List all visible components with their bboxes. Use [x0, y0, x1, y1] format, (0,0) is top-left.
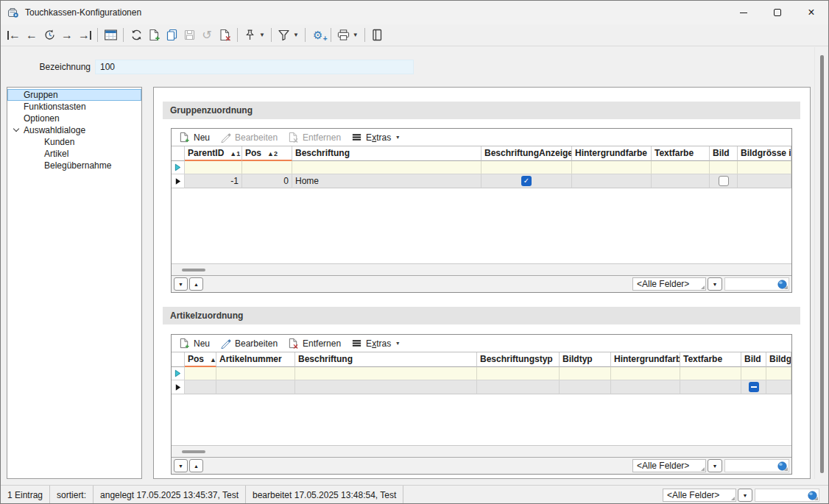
cell-hintergrundfarbe[interactable]: [572, 174, 652, 188]
save-record-button[interactable]: [180, 26, 198, 45]
sidebar-item-funktionstasten[interactable]: Funktionstasten: [7, 101, 141, 113]
filter-cell[interactable]: [766, 367, 791, 380]
table-row[interactable]: [172, 380, 791, 394]
last-record-button[interactable]: →: [76, 26, 94, 45]
filter-row[interactable]: [172, 161, 791, 174]
column-header-beschriftung[interactable]: Beschriftung: [295, 352, 477, 367]
column-header-hintergrundfarbe[interactable]: Hintergrundfarbe: [611, 352, 680, 367]
column-header-textfarbe[interactable]: Textfarbe: [652, 146, 710, 161]
horizontal-scrollbar[interactable]: [172, 263, 791, 275]
neu-button[interactable]: Neu: [174, 129, 214, 146]
search-globe-icon[interactable]: [808, 491, 817, 500]
grid-search-input[interactable]: [726, 461, 777, 471]
all-fields-dropdown-button[interactable]: ▼: [738, 489, 752, 502]
column-header-bild[interactable]: Bild: [741, 352, 766, 367]
cell-pos[interactable]: [185, 380, 216, 394]
neu-button[interactable]: Neu: [174, 336, 214, 352]
filter-cell[interactable]: [572, 161, 652, 174]
column-header-bild[interactable]: Bild: [710, 146, 738, 161]
filter-cell[interactable]: [295, 367, 477, 380]
maximize-button[interactable]: [761, 1, 794, 24]
filter-cell[interactable]: [242, 161, 292, 174]
copy-record-button[interactable]: [163, 26, 180, 45]
filter-cell[interactable]: [710, 161, 738, 174]
record-down-button[interactable]: ▼: [174, 277, 188, 291]
filter-row[interactable]: [172, 367, 791, 380]
filter-cell[interactable]: [185, 161, 242, 174]
cell-bildtyp[interactable]: [560, 380, 611, 394]
filter-cell[interactable]: [481, 161, 572, 174]
cell-pos[interactable]: 0: [242, 174, 292, 188]
all-fields-dropdown[interactable]: <Alle Felder>: [663, 489, 736, 502]
cell-hintergrundfarbe[interactable]: [611, 380, 680, 394]
column-header-beschriftungstyp[interactable]: Beschriftungstyp: [477, 352, 560, 367]
horizontal-scrollbar-thumb[interactable]: [182, 269, 205, 271]
cell-artikelnummer[interactable]: [216, 380, 295, 394]
new-record-button[interactable]: [145, 26, 163, 45]
filter-cell[interactable]: [611, 367, 680, 380]
cell-bild[interactable]: [710, 174, 738, 188]
column-header-pos[interactable]: Pos▲2: [242, 146, 292, 161]
record-up-button[interactable]: ▲: [189, 277, 203, 291]
filter-cell[interactable]: [216, 367, 295, 380]
filter-cell[interactable]: [477, 367, 560, 380]
column-header-parentid[interactable]: ParentID▲1: [185, 146, 242, 161]
cell-beschriftung[interactable]: Home: [292, 174, 481, 188]
cell-beschriftung[interactable]: [295, 380, 477, 394]
table-row[interactable]: -10Home✓: [172, 174, 791, 188]
column-header-bildgrösse-in[interactable]: Bildgrösse in: [738, 146, 791, 161]
filter-cell[interactable]: [741, 367, 766, 380]
first-record-button[interactable]: ←: [5, 26, 23, 45]
grid-search-input[interactable]: [726, 279, 777, 289]
filter-cell[interactable]: [652, 161, 710, 174]
bearbeiten-button[interactable]: Bearbeiten: [216, 336, 282, 352]
close-button[interactable]: ×: [794, 1, 828, 24]
history-button[interactable]: [40, 26, 58, 45]
filter-cell[interactable]: [292, 161, 481, 174]
checkbox-checked[interactable]: ✓: [521, 176, 532, 186]
previous-record-button[interactable]: ←: [23, 26, 40, 45]
filter-cell[interactable]: [738, 161, 791, 174]
vertical-scrollbar[interactable]: [814, 47, 828, 479]
cell-bildgr[interactable]: [766, 380, 791, 394]
record-up-button[interactable]: ▲: [189, 459, 203, 472]
column-header-beschriftunganzeigen[interactable]: BeschriftungAnzeigen: [481, 146, 572, 161]
next-record-button[interactable]: →: [58, 26, 76, 45]
column-header-beschriftung[interactable]: Beschriftung: [292, 146, 481, 161]
sidebar-item-optionen[interactable]: Optionen: [7, 113, 141, 124]
table-view-button[interactable]: [102, 26, 119, 45]
cell-beschriftungstyp[interactable]: [477, 380, 560, 394]
refresh-button[interactable]: [127, 26, 145, 45]
all-fields-dropdown-button[interactable]: ▼: [708, 277, 722, 291]
column-header-bildgr[interactable]: Bildgr: [766, 352, 791, 367]
pin-button[interactable]: ▼: [241, 26, 267, 45]
all-fields-dropdown[interactable]: <Alle Felder>: [632, 277, 706, 291]
checkbox-unchecked[interactable]: [719, 176, 729, 186]
cell-bild[interactable]: [741, 380, 766, 394]
horizontal-scrollbar[interactable]: [172, 445, 791, 457]
minimize-button[interactable]: [727, 1, 761, 24]
print-button[interactable]: ▼: [335, 26, 361, 45]
checkbox-indeterminate[interactable]: [749, 382, 759, 392]
all-fields-dropdown-button[interactable]: ▼: [708, 459, 722, 472]
column-header-artikelnummer[interactable]: Artikelnummer: [216, 352, 295, 367]
bezeichnung-input[interactable]: [95, 60, 414, 74]
extras-button[interactable]: Extras▾: [347, 129, 403, 146]
record-down-button[interactable]: ▼: [174, 459, 188, 472]
all-fields-dropdown[interactable]: <Alle Felder>: [632, 459, 706, 472]
undo-button[interactable]: ↺: [198, 26, 216, 45]
settings-add-button[interactable]: ⚙+: [309, 26, 327, 45]
search-globe-icon[interactable]: [777, 461, 787, 471]
sidebar-item-kunden[interactable]: Kunden: [7, 136, 141, 148]
cell-bildgrösse-in[interactable]: [738, 174, 791, 188]
sidebar-item-gruppen[interactable]: Gruppen: [7, 89, 141, 101]
sidebar-item-auswahldialoge[interactable]: Auswahldialoge: [7, 124, 141, 136]
filter-cell[interactable]: [185, 367, 216, 380]
chevron-down-icon[interactable]: [13, 126, 19, 132]
sidebar-item-artikel[interactable]: Artikel: [7, 148, 141, 160]
column-header-hintergrundfarbe[interactable]: Hintergrundfarbe: [572, 146, 652, 161]
cell-textfarbe[interactable]: [652, 174, 710, 188]
cell-beschriftunganzeigen[interactable]: ✓: [481, 174, 572, 188]
filter-cell[interactable]: [680, 367, 741, 380]
search-globe-icon[interactable]: [777, 280, 787, 289]
